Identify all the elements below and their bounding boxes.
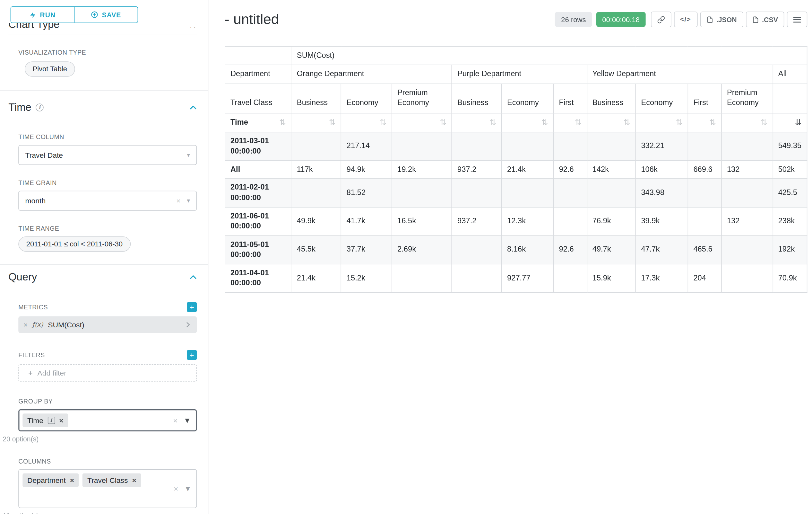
copy-link-button[interactable] [650, 11, 671, 27]
row-label: 2011-06-01 00:00:00 [225, 207, 291, 236]
pivot-cell [688, 179, 721, 207]
group-by-select[interactable]: Timei× × ▼ [18, 409, 197, 431]
pivot-cell: 47.7k [636, 236, 688, 264]
viz-type-pill[interactable]: Pivot Table [25, 61, 75, 77]
sort-icon[interactable]: ⇅ [761, 118, 767, 127]
collapsed-chevron-dots: ·· [190, 23, 197, 31]
export-csv-button[interactable]: .CSV [746, 11, 784, 27]
pivot-cell: 41.7k [341, 207, 392, 236]
function-icon: ƒ(x) [32, 321, 43, 328]
pivot-cell: 217.14 [341, 132, 392, 161]
columns-options-hint: 19 option(s) [3, 512, 181, 514]
columns-select[interactable]: Department×Travel Class× × ▼ [18, 469, 197, 508]
group-by-tag[interactable]: Timei× [23, 413, 68, 427]
sort-icon[interactable]: ⇅ [489, 118, 496, 127]
column-sort-header: ⇅ [587, 113, 636, 132]
pivot-cell: 16.5k [392, 207, 452, 236]
remove-tag-icon[interactable]: × [132, 477, 137, 484]
department-group-header: Yellow Department [587, 64, 773, 83]
sort-icon[interactable]: ⇅ [279, 118, 286, 127]
row-label: 2011-05-01 00:00:00 [225, 236, 291, 264]
pivot-cell [587, 179, 636, 207]
viz-type-label: VISUALIZATION TYPE [18, 49, 86, 56]
time-section-header: Time i [8, 102, 197, 114]
metric-header-cell: SUM(Cost) [291, 47, 807, 65]
column-sort-header: ⇅ [553, 113, 587, 132]
pivot-cell [722, 132, 773, 161]
collapse-chevron-icon[interactable] [189, 273, 197, 281]
time-range-pill[interactable]: 2011-01-01 ≤ col < 2011-06-30 [18, 237, 130, 251]
time-column-select[interactable]: Travel Date ▾ [18, 145, 197, 165]
add-filter-button[interactable]: + [187, 350, 197, 360]
travel-class-header: Economy [341, 83, 392, 113]
pivot-cell [452, 236, 502, 264]
clear-icon[interactable]: × [173, 416, 177, 425]
sort-icon[interactable]: ⇅ [709, 118, 716, 127]
pivot-cell: 17.3k [636, 264, 688, 292]
metrics-label: METRICS [18, 304, 48, 311]
pivot-cell: 204 [688, 264, 721, 292]
collapse-chevron-icon[interactable] [189, 103, 197, 111]
columns-tag[interactable]: Department× [23, 474, 79, 487]
run-button-label: RUN [40, 11, 56, 19]
chart-menu-button[interactable] [787, 11, 808, 27]
sort-icon[interactable]: ⇅ [542, 118, 548, 127]
metric-option[interactable]: × ƒ(x) SUM(Cost) [18, 317, 197, 333]
pivot-row: 2011-05-01 00:00:0045.5k37.7k2.69k8.16k9… [225, 236, 807, 264]
run-button[interactable]: RUN [11, 7, 74, 23]
filters-label: FILTERS [18, 351, 45, 358]
query-section-title: Query [8, 271, 37, 283]
view-query-button[interactable]: </> [674, 11, 697, 27]
sort-icon[interactable]: ⇅ [575, 118, 582, 127]
export-json-button[interactable]: .JSON [700, 11, 743, 27]
pivot-cell [502, 132, 553, 161]
tag-label: Time [27, 416, 43, 424]
department-group-header: Purple Department [452, 64, 587, 83]
chevron-right-icon[interactable] [184, 321, 192, 328]
pivot-cell: 2.69k [392, 236, 452, 264]
columns-tag[interactable]: Travel Class× [83, 474, 141, 487]
remove-metric-icon[interactable]: × [24, 321, 28, 329]
sort-icon-active[interactable]: ⇊ [795, 118, 802, 127]
pivot-cell: 92.6 [553, 236, 587, 264]
pivot-corner-cell [225, 47, 291, 65]
sort-icon[interactable]: ⇅ [329, 118, 336, 127]
column-sort-header: ⇅ [722, 113, 773, 132]
clear-icon[interactable]: × [176, 197, 180, 205]
pivot-cell: 343.98 [636, 179, 688, 207]
department-axis-label: Department [225, 64, 291, 83]
chevron-down-icon[interactable]: ▼ [185, 417, 190, 424]
time-grain-select[interactable]: month × ▾ [18, 191, 197, 211]
clear-icon[interactable]: × [174, 484, 178, 493]
remove-tag-icon[interactable]: × [59, 417, 63, 424]
travel-class-header [773, 83, 807, 113]
add-filter-dropzone[interactable]: + Add filter [18, 364, 197, 382]
save-button[interactable]: SAVE [74, 7, 138, 23]
chevron-down-icon[interactable]: ▼ [185, 485, 190, 492]
chevron-down-icon: ▾ [187, 197, 190, 204]
sort-icon[interactable]: ⇅ [676, 118, 683, 127]
file-icon [706, 16, 713, 23]
chart-title[interactable]: - untitled [225, 11, 279, 28]
pivot-cell: 70.9k [773, 264, 807, 292]
sort-icon[interactable]: ⇅ [623, 118, 630, 127]
time-grain-value: month [25, 197, 46, 205]
remove-tag-icon[interactable]: × [70, 477, 74, 484]
travel-class-header: Business [587, 83, 636, 113]
pivot-cell: 15.2k [341, 264, 392, 292]
pivot-cell: 12.3k [502, 207, 553, 236]
pivot-cell [553, 179, 587, 207]
sort-icon[interactable]: ⇅ [380, 118, 386, 127]
pivot-cell: 332.21 [636, 132, 688, 161]
pivot-cell [553, 207, 587, 236]
pivot-row: 2011-06-01 00:00:0049.9k41.7k16.5k937.21… [225, 207, 807, 236]
scrolled-section-header: Chart Type ·· [8, 23, 197, 31]
sort-icon[interactable]: ⇅ [440, 118, 446, 127]
column-sort-header: ⇅ [502, 113, 553, 132]
travel-class-header: Economy [636, 83, 688, 113]
add-metric-button[interactable]: + [187, 302, 197, 312]
pivot-cell: 21.4k [291, 264, 341, 292]
row-label: All [225, 160, 291, 179]
pivot-cell [291, 132, 341, 161]
pivot-cell: 39.9k [636, 207, 688, 236]
